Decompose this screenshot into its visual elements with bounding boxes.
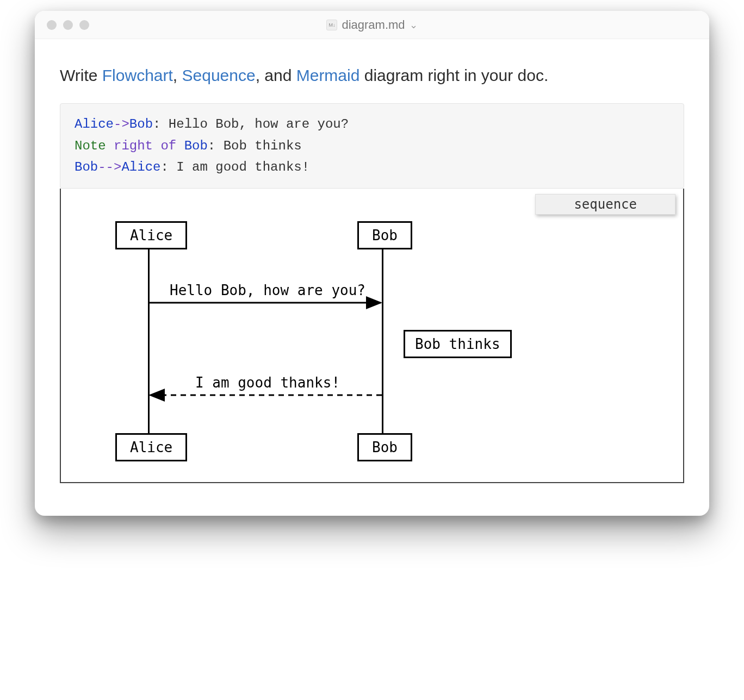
code-text: : <box>208 139 224 153</box>
flowchart-link[interactable]: Flowchart <box>102 66 173 84</box>
code-actor: Bob <box>129 117 153 132</box>
diagram-type-badge: sequence <box>535 194 675 215</box>
code-text: : <box>153 117 169 132</box>
code-arrow: -> <box>114 117 129 132</box>
sequence-diagram: Alice Bob Alice Bob <box>77 221 667 460</box>
document-title: diagram.md <box>342 18 405 32</box>
app-window: M↓ diagram.md ⌄ Write Flowchart, Sequenc… <box>35 11 709 516</box>
message-label-1: Hello Bob, how are you? <box>142 282 393 298</box>
markdown-file-icon: M↓ <box>326 20 337 30</box>
note-box: Bob thinks <box>404 330 512 358</box>
window-controls <box>47 20 89 30</box>
intro-text: , <box>173 66 182 84</box>
document-title-group[interactable]: M↓ diagram.md ⌄ <box>326 18 417 32</box>
code-text: Bob thinks <box>224 139 302 153</box>
code-actor: Bob <box>184 139 208 153</box>
code-block[interactable]: Alice->Bob: Hello Bob, how are you? Note… <box>60 103 684 189</box>
code-text: Hello Bob, how are you? <box>169 117 349 132</box>
sequence-link[interactable]: Sequence <box>182 66 256 84</box>
message-arrows <box>77 221 667 460</box>
close-icon[interactable] <box>47 20 57 30</box>
code-actor: Bob <box>75 160 98 174</box>
intro-text: diagram right in your doc. <box>359 66 548 84</box>
code-arrow: --> <box>98 160 121 174</box>
code-keyword: Note <box>75 139 106 153</box>
document-content: Write Flowchart, Sequence, and Mermaid d… <box>35 39 709 516</box>
code-actor: Alice <box>121 160 160 174</box>
code-actor: Alice <box>75 117 114 132</box>
code-keyword: right of <box>106 139 184 153</box>
mermaid-link[interactable]: Mermaid <box>296 66 360 84</box>
maximize-icon[interactable] <box>79 20 89 30</box>
code-text: : <box>160 160 176 174</box>
code-text: I am good thanks! <box>176 160 309 174</box>
titlebar: M↓ diagram.md ⌄ <box>35 11 709 39</box>
minimize-icon[interactable] <box>63 20 73 30</box>
rendered-diagram: sequence Alice Bob Alice Bob <box>60 189 684 483</box>
message-label-2: I am good thanks! <box>142 374 393 391</box>
intro-text: Write <box>60 66 102 84</box>
intro-paragraph: Write Flowchart, Sequence, and Mermaid d… <box>60 64 684 87</box>
chevron-down-icon: ⌄ <box>410 19 418 31</box>
intro-text: , and <box>256 66 296 84</box>
